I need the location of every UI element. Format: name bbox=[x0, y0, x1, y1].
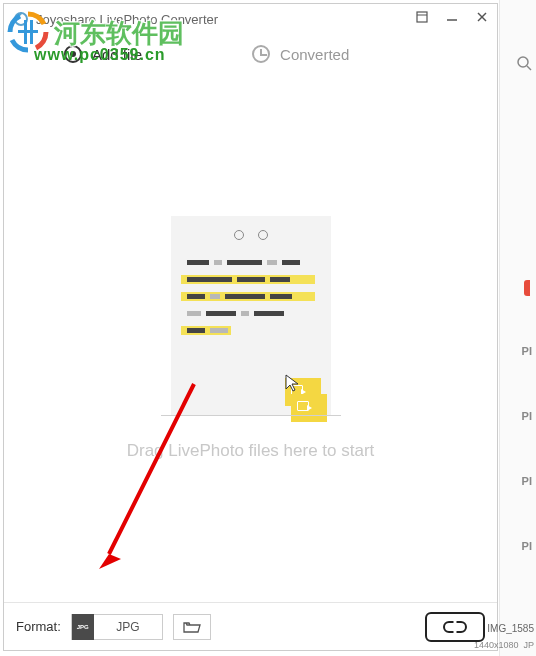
clock-icon bbox=[252, 45, 270, 63]
tab-add-label: Add file bbox=[92, 46, 142, 63]
format-selector[interactable]: JPG JPG bbox=[71, 614, 163, 640]
drop-hint: Drag LivePhoto files here to start bbox=[127, 441, 375, 461]
cursor-icon bbox=[285, 374, 301, 394]
side-label: PI bbox=[522, 410, 532, 422]
side-label: PI bbox=[522, 475, 532, 487]
format-badge: JPG bbox=[72, 614, 94, 640]
folder-icon bbox=[291, 394, 327, 422]
svg-rect-0 bbox=[417, 12, 427, 22]
target-icon bbox=[64, 45, 82, 63]
side-dimensions: 1440x1080 JP bbox=[474, 640, 534, 650]
convert-icon bbox=[442, 620, 468, 634]
tab-add-file[interactable]: Add file bbox=[64, 45, 142, 63]
minimize-button[interactable] bbox=[445, 10, 459, 24]
side-filename: IMG_1585 bbox=[487, 623, 534, 634]
output-folder-button[interactable] bbox=[173, 614, 211, 640]
red-marker bbox=[524, 280, 530, 296]
tabs-row: Add file Converted bbox=[4, 34, 497, 74]
search-icon bbox=[516, 55, 532, 71]
tab-converted[interactable]: Converted bbox=[252, 45, 349, 63]
side-label: PI bbox=[522, 345, 532, 357]
close-button[interactable] bbox=[475, 10, 489, 24]
app-title: Joyoshare LivePhoto Converter bbox=[36, 12, 218, 27]
window-controls bbox=[415, 10, 489, 24]
svg-line-11 bbox=[527, 66, 531, 70]
app-window: Joyoshare LivePhoto Converter Add file C… bbox=[3, 3, 498, 651]
bottombar: Format: JPG JPG bbox=[4, 602, 497, 650]
folder-open-icon bbox=[183, 620, 201, 634]
titlebar: Joyoshare LivePhoto Converter bbox=[4, 4, 497, 34]
illustration bbox=[171, 216, 331, 416]
side-label: PI bbox=[522, 540, 532, 552]
background-window-strip: PI PI PI PI IMG_1585 1440x1080 JP bbox=[499, 0, 536, 656]
tab-converted-label: Converted bbox=[280, 46, 349, 63]
svg-point-10 bbox=[518, 57, 528, 67]
convert-button[interactable] bbox=[425, 612, 485, 642]
format-label: Format: bbox=[16, 619, 61, 634]
app-icon bbox=[14, 12, 28, 26]
drop-area[interactable]: Drag LivePhoto files here to start bbox=[4, 74, 497, 602]
format-value: JPG bbox=[94, 620, 162, 634]
options-button[interactable] bbox=[415, 10, 429, 24]
